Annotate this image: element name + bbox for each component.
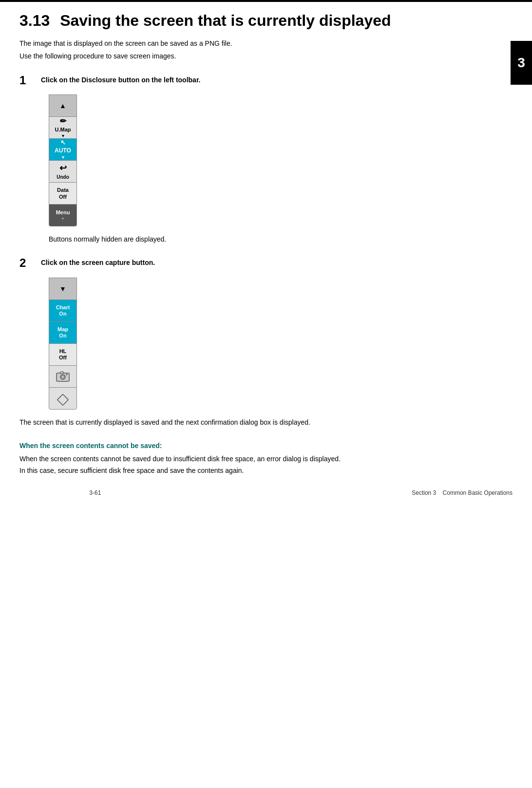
toolbar2-charton-btn[interactable]: Chart On <box>49 300 77 322</box>
intro-line-2: Use the following procedure to save scre… <box>19 51 503 61</box>
step-2-instruction: Click on the screen capture button. <box>41 255 155 268</box>
up-arrow-icon: ▲ <box>59 102 66 110</box>
step-2-block: 2 Click on the screen capture button. ▼ … <box>19 255 503 428</box>
warning-title: When the screen contents cannot be saved… <box>19 442 503 450</box>
cursor-icon: ↖ <box>60 139 66 146</box>
svg-rect-5 <box>57 394 69 405</box>
diamond-icon <box>56 391 70 406</box>
step-1-number: 1 <box>19 73 33 88</box>
toolbar2-erase-btn[interactable] <box>49 387 77 410</box>
hl-label: HL <box>59 348 67 354</box>
warning-section: When the screen contents cannot be saved… <box>19 442 503 477</box>
toolbar-2-image: ▼ Chart On Map On HL Off <box>49 278 503 409</box>
intro-line-1: The image that is displayed on the scree… <box>19 38 503 49</box>
page-content: 3 3.13 Saving the screen that is current… <box>0 2 532 506</box>
warning-text-2: In this case, secure sufficient disk fre… <box>19 465 503 477</box>
chart-on-label: On <box>59 311 66 317</box>
umap-arrow: ▾ <box>62 133 64 138</box>
footer-section-name: Common Basic Operations <box>443 489 513 496</box>
map-on-label: On <box>59 333 66 338</box>
page-footer: 3-61 Section 3 Common Basic Operations <box>0 489 532 496</box>
step-1-header: 1 Click on the Disclosure button on the … <box>19 73 503 88</box>
toolbar-1-image: ▲ ✏ U.Map ▾ ↖ AUTO ▾ ↩ Undo Data Off <box>49 94 503 226</box>
data-label: Data <box>57 187 69 193</box>
undo-label: Undo <box>57 174 69 180</box>
svg-point-4 <box>66 374 68 375</box>
auto-label: AUTO <box>55 147 71 154</box>
umap-label: U.Map <box>55 127 71 132</box>
section-number: 3.13 <box>19 12 50 29</box>
step-1-block: 1 Click on the Disclosure button on the … <box>19 73 503 245</box>
toolbar1-umap-btn[interactable]: ✏ U.Map ▾ <box>49 116 77 139</box>
step-2-header: 2 Click on the screen capture button. <box>19 255 503 270</box>
menu-dot: ● <box>62 216 64 221</box>
toolbar2-hloff-btn[interactable]: HL Off <box>49 343 77 366</box>
undo-icon: ↩ <box>59 163 67 173</box>
map-label: Map <box>57 326 68 332</box>
chart-label: Chart <box>56 304 70 310</box>
footer-section-label: Section 3 <box>412 489 436 496</box>
section-tab: 3 <box>511 41 532 85</box>
toolbar1-menu-btn[interactable]: Menu ● <box>49 204 77 226</box>
step-1-note: Buttons normally hidden are displayed. <box>49 234 503 244</box>
toolbar2-capture-btn[interactable] <box>49 365 77 388</box>
section-heading: 3.13 Saving the screen that is currently… <box>19 11 503 30</box>
section-tab-number: 3 <box>517 55 525 71</box>
toolbar2-mapon-btn[interactable]: Map On <box>49 321 77 344</box>
step-2-note: The screen that is currently displayed i… <box>19 417 503 429</box>
section-title-text: Saving the screen that is currently disp… <box>60 12 391 29</box>
warning-text-1: When the screen contents cannot be saved… <box>19 453 503 465</box>
camera-icon <box>56 371 70 382</box>
page-number: 3-61 <box>19 489 171 496</box>
footer-section-info: Section 3 Common Basic Operations <box>210 489 513 496</box>
off-label: Off <box>59 194 67 200</box>
step-1-instruction: Click on the Disclosure button on the le… <box>41 73 200 85</box>
pencil-icon: ✏ <box>60 116 66 126</box>
down-arrow-icon: ▼ <box>59 285 66 293</box>
toolbar1-up-arrow-btn[interactable]: ▲ <box>49 94 77 117</box>
toolbar1-dataoff-btn[interactable]: Data Off <box>49 182 77 205</box>
auto-arrow: ▾ <box>62 155 64 160</box>
menu-label: Menu <box>56 209 70 215</box>
toolbar2-down-arrow-btn[interactable]: ▼ <box>49 278 77 300</box>
toolbar1-auto-btn[interactable]: ↖ AUTO ▾ <box>49 138 77 161</box>
hl-off-label: Off <box>59 355 67 360</box>
toolbar1-undo-btn[interactable]: ↩ Undo <box>49 160 77 183</box>
svg-rect-3 <box>60 372 63 374</box>
step-2-number: 2 <box>19 255 33 270</box>
